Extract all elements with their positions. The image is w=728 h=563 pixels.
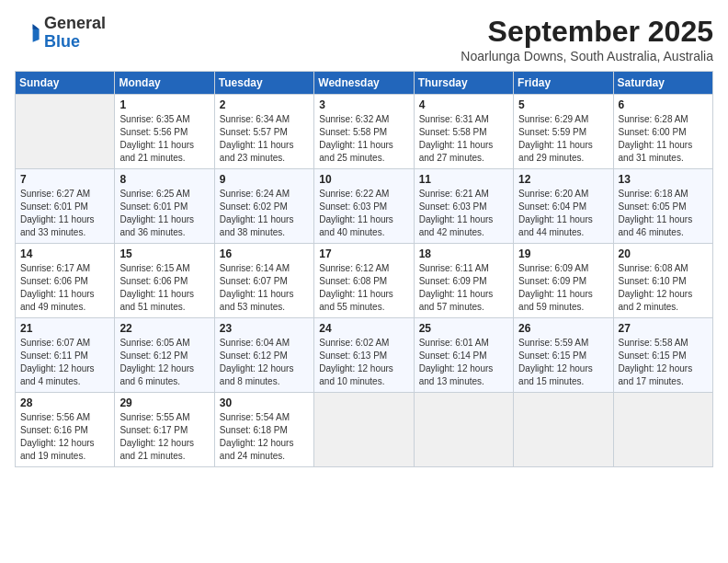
day-number: 27 [619, 322, 708, 335]
day-number: 29 [119, 396, 209, 409]
day-info: Sunrise: 6:29 AM Sunset: 5:59 PM Dayligh… [518, 113, 608, 165]
day-info: Sunrise: 6:14 AM Sunset: 6:07 PM Dayligh… [220, 262, 309, 314]
calendar-cell: 27Sunrise: 5:58 AM Sunset: 6:15 PM Dayli… [613, 318, 712, 393]
day-number: 21 [20, 322, 109, 335]
calendar-cell [414, 393, 513, 467]
day-info: Sunrise: 6:32 AM Sunset: 5:58 PM Dayligh… [319, 113, 408, 165]
day-info: Sunrise: 5:56 AM Sunset: 6:16 PM Dayligh… [20, 411, 109, 463]
logo-icon [15, 20, 40, 46]
day-info: Sunrise: 6:05 AM Sunset: 6:12 PM Dayligh… [119, 337, 209, 388]
calendar-cell: 5Sunrise: 6:29 AM Sunset: 5:59 PM Daylig… [514, 95, 613, 169]
day-info: Sunrise: 5:58 AM Sunset: 6:15 PM Dayligh… [619, 337, 708, 388]
day-info: Sunrise: 6:07 AM Sunset: 6:11 PM Dayligh… [20, 337, 109, 388]
day-info: Sunrise: 6:02 AM Sunset: 6:13 PM Dayligh… [319, 337, 408, 388]
day-info: Sunrise: 6:01 AM Sunset: 6:14 PM Dayligh… [419, 337, 508, 388]
day-number: 30 [220, 396, 309, 409]
day-number: 25 [419, 322, 508, 335]
day-number: 14 [20, 247, 109, 260]
day-info: Sunrise: 6:21 AM Sunset: 6:03 PM Dayligh… [419, 188, 508, 239]
calendar-cell: 15Sunrise: 6:15 AM Sunset: 6:06 PM Dayli… [115, 244, 214, 318]
day-info: Sunrise: 6:24 AM Sunset: 6:02 PM Dayligh… [220, 188, 309, 239]
day-number: 8 [119, 173, 209, 186]
day-info: Sunrise: 6:34 AM Sunset: 5:57 PM Dayligh… [220, 113, 309, 165]
day-number: 1 [119, 98, 209, 111]
day-info: Sunrise: 6:28 AM Sunset: 6:00 PM Dayligh… [619, 113, 708, 165]
day-info: Sunrise: 6:04 AM Sunset: 6:12 PM Dayligh… [220, 337, 309, 388]
day-info: Sunrise: 6:08 AM Sunset: 6:10 PM Dayligh… [619, 262, 708, 314]
column-header-monday: Monday [115, 72, 214, 95]
calendar-cell [16, 95, 115, 169]
calendar-cell: 1Sunrise: 6:35 AM Sunset: 5:56 PM Daylig… [115, 95, 214, 169]
calendar-week-4: 21Sunrise: 6:07 AM Sunset: 6:11 PM Dayli… [16, 318, 713, 393]
day-info: Sunrise: 6:31 AM Sunset: 5:58 PM Dayligh… [419, 113, 508, 165]
calendar-cell: 29Sunrise: 5:55 AM Sunset: 6:17 PM Dayli… [115, 393, 214, 467]
svg-marker-1 [33, 24, 40, 29]
day-number: 2 [220, 98, 309, 111]
day-number: 20 [619, 247, 708, 260]
calendar-cell: 25Sunrise: 6:01 AM Sunset: 6:14 PM Dayli… [414, 318, 513, 393]
calendar-cell: 14Sunrise: 6:17 AM Sunset: 6:06 PM Dayli… [16, 244, 115, 318]
calendar-cell: 22Sunrise: 6:05 AM Sunset: 6:12 PM Dayli… [115, 318, 214, 393]
day-info: Sunrise: 6:20 AM Sunset: 6:04 PM Dayligh… [518, 188, 608, 239]
day-number: 28 [20, 396, 109, 409]
day-number: 15 [119, 247, 209, 260]
calendar-cell: 24Sunrise: 6:02 AM Sunset: 6:13 PM Dayli… [314, 318, 414, 393]
calendar-week-3: 14Sunrise: 6:17 AM Sunset: 6:06 PM Dayli… [16, 244, 713, 318]
calendar-cell [514, 393, 613, 467]
day-number: 6 [619, 98, 708, 111]
calendar-cell: 23Sunrise: 6:04 AM Sunset: 6:12 PM Dayli… [214, 318, 313, 393]
calendar-cell: 3Sunrise: 6:32 AM Sunset: 5:58 PM Daylig… [314, 95, 414, 169]
calendar-week-2: 7Sunrise: 6:27 AM Sunset: 6:01 PM Daylig… [16, 169, 713, 244]
calendar-cell: 11Sunrise: 6:21 AM Sunset: 6:03 PM Dayli… [414, 169, 513, 244]
day-info: Sunrise: 5:55 AM Sunset: 6:17 PM Dayligh… [119, 411, 209, 463]
calendar-header-row: SundayMondayTuesdayWednesdayThursdayFrid… [16, 72, 713, 95]
day-number: 5 [518, 98, 608, 111]
day-number: 9 [220, 173, 309, 186]
calendar-cell: 8Sunrise: 6:25 AM Sunset: 6:01 PM Daylig… [115, 169, 214, 244]
calendar-cell: 9Sunrise: 6:24 AM Sunset: 6:02 PM Daylig… [214, 169, 313, 244]
calendar-cell: 7Sunrise: 6:27 AM Sunset: 6:01 PM Daylig… [16, 169, 115, 244]
calendar-cell: 19Sunrise: 6:09 AM Sunset: 6:09 PM Dayli… [514, 244, 613, 318]
calendar-cell: 26Sunrise: 5:59 AM Sunset: 6:15 PM Dayli… [514, 318, 613, 393]
calendar-table: SundayMondayTuesdayWednesdayThursdayFrid… [15, 71, 713, 467]
calendar-cell: 17Sunrise: 6:12 AM Sunset: 6:08 PM Dayli… [314, 244, 414, 318]
calendar-cell: 10Sunrise: 6:22 AM Sunset: 6:03 PM Dayli… [314, 169, 414, 244]
logo-text: General Blue [44, 15, 106, 52]
column-header-sunday: Sunday [16, 72, 115, 95]
day-number: 11 [419, 173, 508, 186]
calendar-week-5: 28Sunrise: 5:56 AM Sunset: 6:16 PM Dayli… [16, 393, 713, 467]
day-number: 18 [419, 247, 508, 260]
day-info: Sunrise: 6:35 AM Sunset: 5:56 PM Dayligh… [119, 113, 209, 165]
calendar-cell: 12Sunrise: 6:20 AM Sunset: 6:04 PM Dayli… [514, 169, 613, 244]
day-number: 12 [518, 173, 608, 186]
day-number: 10 [319, 173, 408, 186]
day-number: 16 [220, 247, 309, 260]
calendar-cell: 16Sunrise: 6:14 AM Sunset: 6:07 PM Dayli… [214, 244, 313, 318]
calendar-cell: 18Sunrise: 6:11 AM Sunset: 6:09 PM Dayli… [414, 244, 513, 318]
day-info: Sunrise: 6:09 AM Sunset: 6:09 PM Dayligh… [518, 262, 608, 314]
location: Noarlunga Downs, South Australia, Austra… [461, 49, 713, 63]
day-info: Sunrise: 6:11 AM Sunset: 6:09 PM Dayligh… [419, 262, 508, 314]
day-info: Sunrise: 6:15 AM Sunset: 6:06 PM Dayligh… [119, 262, 209, 314]
month-title: September 2025 [461, 15, 713, 49]
day-info: Sunrise: 5:59 AM Sunset: 6:15 PM Dayligh… [518, 337, 608, 388]
calendar-week-1: 1Sunrise: 6:35 AM Sunset: 5:56 PM Daylig… [16, 95, 713, 169]
calendar-cell: 2Sunrise: 6:34 AM Sunset: 5:57 PM Daylig… [214, 95, 313, 169]
day-number: 17 [319, 247, 408, 260]
day-number: 26 [518, 322, 608, 335]
day-number: 19 [518, 247, 608, 260]
calendar-cell: 28Sunrise: 5:56 AM Sunset: 6:16 PM Dayli… [16, 393, 115, 467]
logo: General Blue [15, 15, 106, 52]
calendar-cell: 6Sunrise: 6:28 AM Sunset: 6:00 PM Daylig… [613, 95, 712, 169]
column-header-thursday: Thursday [414, 72, 513, 95]
column-header-saturday: Saturday [613, 72, 712, 95]
day-info: Sunrise: 6:22 AM Sunset: 6:03 PM Dayligh… [319, 188, 408, 239]
column-header-wednesday: Wednesday [314, 72, 414, 95]
day-info: Sunrise: 6:17 AM Sunset: 6:06 PM Dayligh… [20, 262, 109, 314]
calendar-cell: 30Sunrise: 5:54 AM Sunset: 6:18 PM Dayli… [214, 393, 313, 467]
title-block: September 2025 Noarlunga Downs, South Au… [461, 15, 713, 63]
day-number: 7 [20, 173, 109, 186]
day-info: Sunrise: 5:54 AM Sunset: 6:18 PM Dayligh… [220, 411, 309, 463]
page-header: General Blue September 2025 Noarlunga Do… [15, 15, 713, 63]
day-number: 23 [220, 322, 309, 335]
